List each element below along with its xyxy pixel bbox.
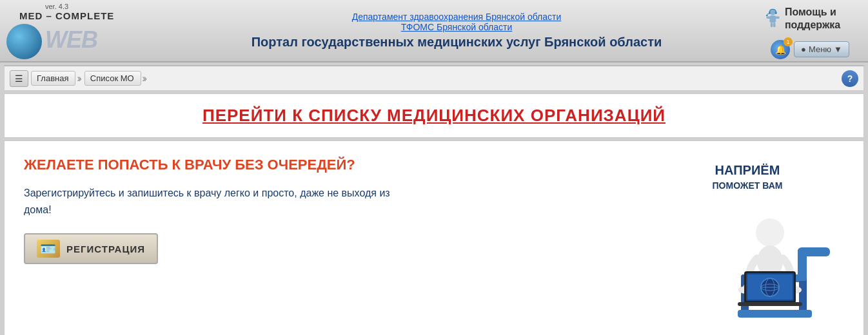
- svg-rect-26: [738, 302, 802, 306]
- svg-rect-5: [773, 23, 775, 27]
- svg-rect-6: [769, 11, 771, 14]
- info-heading: ЖЕЛАЕТЕ ПОПАСТЬ К ВРАЧУ БЕЗ ОЧЕРЕДЕЙ?: [24, 157, 625, 173]
- info-right: НАПРИЁМ ПОМОЖЕТ ВАМ: [651, 157, 844, 326]
- reg-button-label: РЕГИСТРАЦИЯ: [66, 244, 145, 254]
- logo-section: ver. 4.3 MED – COMPLETE WEB: [6, 3, 155, 59]
- header-center: Департамент здравоохранения Брянской обл…: [155, 12, 758, 50]
- svg-rect-7: [775, 11, 777, 14]
- help-label: Помощь и поддержка: [785, 6, 862, 30]
- notif-badge: 1: [784, 37, 793, 46]
- breadcrumb-mo-list[interactable]: Список МО: [84, 71, 141, 86]
- reg-icon: [37, 240, 60, 258]
- figure-svg: [657, 197, 838, 326]
- header-right: Помощь и поддержка 🔔 1 ● Меню ▼: [758, 3, 862, 59]
- svg-point-15: [756, 218, 784, 247]
- main-content: ПЕРЕЙТИ К СПИСКУ МЕДИЦИНСКИХ ОРГАНИЗАЦИЙ…: [4, 93, 864, 335]
- web-label: WEB: [45, 26, 97, 53]
- menu-button[interactable]: ● Меню ▼: [794, 41, 849, 57]
- notification-bell[interactable]: 🔔 1: [771, 40, 790, 59]
- main-org-link[interactable]: ПЕРЕЙТИ К СПИСКУ МЕДИЦИНСКИХ ОРГАНИЗАЦИЙ: [202, 106, 666, 125]
- info-section: ЖЕЛАЕТЕ ПОПАСТЬ К ВРАЧУ БЕЗ ОЧЕРЕДЕЙ? За…: [4, 140, 864, 335]
- menu-bar: 🔔 1 ● Меню ▼: [771, 40, 849, 59]
- info-left: ЖЕЛАЕТЕ ПОПАСТЬ К ВРАЧУ БЕЗ ОЧЕРЕДЕЙ? За…: [24, 157, 625, 264]
- menu-chevron-icon: ▼: [834, 44, 842, 54]
- breadcrumb-home[interactable]: Главная: [31, 71, 75, 86]
- globe-icon: [6, 24, 42, 59]
- portal-title: Портал государственных медицинских услуг…: [155, 35, 758, 50]
- menu-dot-icon: ●: [801, 44, 806, 54]
- svg-rect-14: [798, 247, 830, 256]
- napriem-title: НАПРИЁМ: [651, 163, 844, 178]
- tfoms-link[interactable]: ТФОМС Брянской области: [155, 22, 758, 32]
- svg-rect-12: [738, 310, 812, 318]
- info-text: Зарегистрируйтесь и запишитесь к врачу л…: [24, 185, 411, 218]
- svg-rect-3: [775, 16, 780, 18]
- registration-button[interactable]: РЕГИСТРАЦИЯ: [24, 233, 158, 264]
- napriem-sub: ПОМОЖЕТ ВАМ: [651, 180, 844, 191]
- svg-point-8: [766, 14, 768, 16]
- breadcrumb: Главная › Список МО ›: [31, 71, 148, 86]
- breadcrumb-mo-label: Список МО: [90, 73, 134, 83]
- svg-rect-2: [767, 16, 771, 18]
- navbar: ☰ Главная › Список МО › ?: [4, 65, 864, 91]
- svg-rect-4: [771, 23, 773, 27]
- help-section: Помощь и поддержка: [758, 3, 862, 35]
- hamburger-button[interactable]: ☰: [10, 70, 28, 87]
- support-icon: [758, 3, 781, 35]
- version-label: ver. 4.3: [45, 3, 68, 10]
- help-question-button[interactable]: ?: [842, 70, 858, 87]
- figure-illustration: [657, 197, 838, 326]
- logo-title: MED – COMPLETE: [19, 10, 114, 21]
- dept-link[interactable]: Департамент здравоохранения Брянской обл…: [155, 12, 758, 22]
- menu-button-label: Меню: [809, 44, 831, 54]
- breadcrumb-home-label: Главная: [37, 73, 68, 83]
- link-banner-section: ПЕРЕЙТИ К СПИСКУ МЕДИЦИНСКИХ ОРГАНИЗАЦИЙ: [4, 93, 864, 138]
- header: ver. 4.3 MED – COMPLETE WEB Департамент …: [0, 0, 868, 62]
